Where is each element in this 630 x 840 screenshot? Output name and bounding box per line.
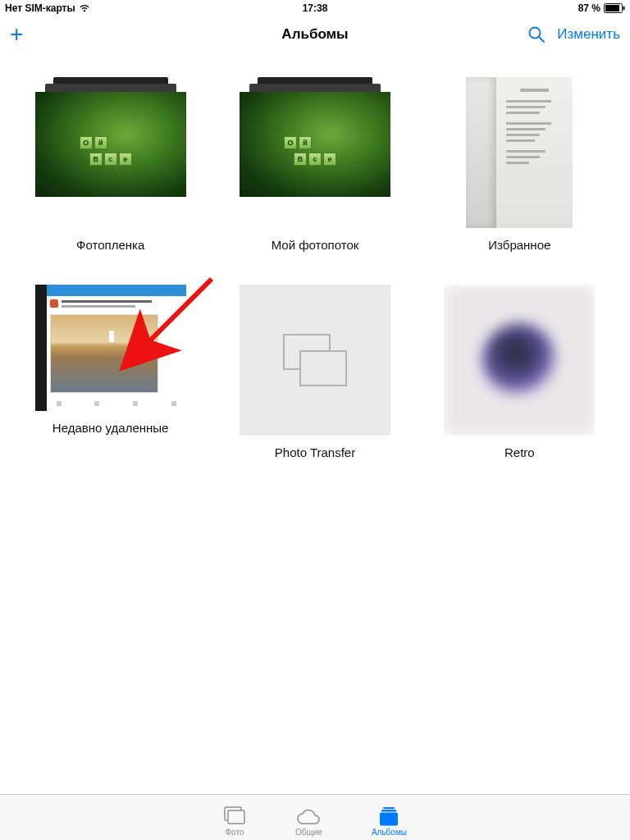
add-button[interactable]: + bbox=[10, 23, 23, 46]
album-my-photostream[interactable]: Ой Все Мой фотопоток bbox=[229, 77, 400, 252]
albums-grid: Ой Все Фотопленка Ой Все Мой фотопоток bbox=[0, 52, 630, 459]
nav-bar: + Альбомы Изменить bbox=[0, 16, 630, 52]
svg-line-4 bbox=[539, 37, 544, 42]
album-thumb: Ой Все bbox=[35, 77, 186, 228]
album-label: Избранное bbox=[488, 238, 550, 252]
tab-shared[interactable]: Общие bbox=[295, 809, 322, 837]
album-label: Недавно удаленные bbox=[52, 421, 169, 435]
svg-rect-1 bbox=[605, 5, 619, 11]
tab-label: Фото bbox=[226, 828, 244, 837]
svg-rect-2 bbox=[623, 7, 625, 11]
album-thumb bbox=[444, 285, 595, 436]
album-favorites[interactable]: Избранное bbox=[434, 77, 605, 252]
status-bar: Нет SIM-карты 17:38 87 % bbox=[0, 0, 630, 16]
album-photo-transfer[interactable]: Photo Transfer bbox=[229, 285, 400, 459]
album-thumb bbox=[35, 285, 186, 411]
status-right: 87 % bbox=[418, 2, 625, 14]
album-label: Photo Transfer bbox=[275, 445, 355, 459]
battery-icon bbox=[604, 3, 625, 13]
album-label: Фотопленка bbox=[76, 238, 144, 252]
albums-icon bbox=[378, 807, 399, 827]
album-camera-roll[interactable]: Ой Все Фотопленка bbox=[25, 77, 196, 252]
svg-rect-8 bbox=[383, 807, 395, 809]
album-thumb bbox=[240, 285, 390, 436]
album-thumb: Ой Все bbox=[240, 77, 390, 228]
svg-rect-10 bbox=[380, 813, 398, 826]
album-label: Retro bbox=[504, 445, 535, 459]
search-icon bbox=[527, 25, 546, 43]
tab-label: Общие bbox=[295, 828, 322, 837]
nav-right: Изменить bbox=[527, 25, 620, 43]
photos-icon bbox=[223, 806, 246, 827]
nav-left: + bbox=[10, 23, 23, 46]
svg-rect-9 bbox=[381, 810, 396, 812]
album-thumb bbox=[466, 77, 573, 228]
tab-photos[interactable]: Фото bbox=[223, 806, 246, 837]
status-time: 17:38 bbox=[212, 2, 418, 14]
sim-status-text: Нет SIM-карты bbox=[5, 2, 75, 14]
album-label: Мой фотопоток bbox=[272, 238, 359, 252]
battery-text: 87 % bbox=[578, 2, 600, 14]
cloud-icon bbox=[296, 809, 321, 827]
tab-albums[interactable]: Альбомы bbox=[372, 807, 407, 837]
svg-rect-7 bbox=[228, 810, 244, 824]
album-retro[interactable]: Retro bbox=[434, 285, 605, 459]
tab-bar: Фото Общие Альбомы bbox=[0, 794, 630, 840]
tab-label: Альбомы bbox=[372, 828, 407, 837]
edit-button[interactable]: Изменить bbox=[557, 26, 620, 43]
status-left: Нет SIM-карты bbox=[5, 2, 212, 14]
album-recently-deleted[interactable]: Недавно удаленные bbox=[25, 285, 196, 459]
wifi-icon bbox=[79, 4, 90, 12]
search-button[interactable] bbox=[527, 25, 546, 43]
